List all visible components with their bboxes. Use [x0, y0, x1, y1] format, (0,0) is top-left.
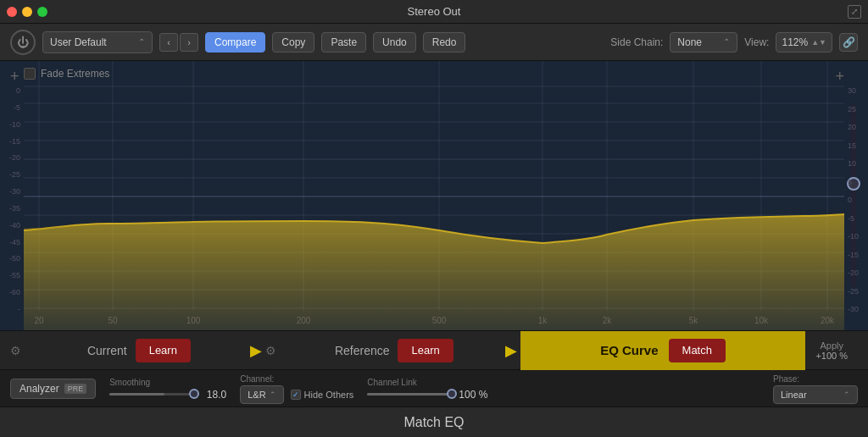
- preset-dropdown[interactable]: User Default ⌃: [42, 31, 153, 53]
- maximize-button[interactable]: [37, 7, 47, 17]
- nav-arrows: ‹ ›: [159, 33, 198, 52]
- nav-prev[interactable]: ‹: [159, 33, 178, 52]
- smoothing-value: 18.0: [201, 389, 226, 401]
- reference-label: Reference: [335, 344, 390, 357]
- channel-link-label: Channel Link: [367, 378, 487, 387]
- y-axis-right: 30 25 20 15 10 5 0 -5 -10 -15 -20 -25 -3…: [844, 61, 868, 330]
- section-divider: ▶: [250, 341, 262, 360]
- view-value: 112%: [782, 36, 808, 48]
- match-button[interactable]: Match: [669, 339, 726, 362]
- current-label: Current: [87, 344, 127, 357]
- analyzer-button[interactable]: Analyzer PRE: [10, 379, 96, 399]
- phase-value: Linear: [781, 390, 807, 400]
- phase-dropdown[interactable]: Linear ⌃: [773, 385, 858, 404]
- params-bar: Analyzer PRE Smoothing 18.0 Channel: L&R…: [0, 370, 868, 407]
- close-button[interactable]: [7, 7, 17, 17]
- eq-curve-divider: ▶: [505, 341, 517, 360]
- bottom-controls: ⚙ Current Learn ▶ ⚙ Reference Learn ▶ EQ…: [0, 330, 868, 407]
- channel-link-thumb[interactable]: [447, 389, 457, 399]
- apply-section: Apply +100 %: [805, 340, 858, 361]
- expand-button[interactable]: ⤢: [848, 5, 861, 19]
- copy-button[interactable]: Copy: [272, 32, 314, 53]
- plugin-title: Match EQ: [403, 415, 464, 430]
- preset-value: User Default: [50, 36, 107, 48]
- fade-extremes-label: Fade Extremes: [41, 68, 109, 80]
- channel-dropdown[interactable]: L&R ⌃: [240, 385, 283, 404]
- fade-extremes-checkbox[interactable]: [24, 68, 36, 80]
- add-left-button[interactable]: +: [10, 68, 19, 86]
- smoothing-slider[interactable]: [109, 393, 194, 396]
- paste-button[interactable]: Paste: [321, 32, 366, 53]
- channel-link-value: 100 %: [459, 389, 487, 401]
- analyzer-label: Analyzer: [19, 383, 59, 395]
- traffic-lights: [7, 7, 47, 17]
- smoothing-group: Smoothing 18.0: [109, 378, 226, 401]
- current-gear-icon[interactable]: ⚙: [10, 344, 21, 357]
- view-label: View:: [744, 36, 769, 48]
- nav-next[interactable]: ›: [180, 33, 198, 52]
- reference-learn-button[interactable]: Learn: [398, 339, 453, 362]
- match-bar: ⚙ Current Learn ▶ ⚙ Reference Learn ▶ EQ…: [0, 331, 868, 370]
- smoothing-label: Smoothing: [109, 378, 226, 387]
- plugin-title-bar: Match EQ: [0, 407, 868, 437]
- link-button[interactable]: 🔗: [839, 33, 858, 52]
- undo-button[interactable]: Undo: [373, 32, 416, 53]
- channel-group: Channel: L&R ⌃ ✓ Hide Others: [240, 374, 353, 404]
- eq-curve-section: EQ Curve Match: [520, 331, 806, 370]
- phase-group: Phase: Linear ⌃: [773, 374, 858, 404]
- sidechain-value: None: [677, 36, 702, 48]
- eq-display: + Fade Extremes + 0 -5 -10 -15 -20 -25 -…: [0, 61, 868, 330]
- title-bar: Stereo Out ⤢: [0, 0, 868, 24]
- smoothing-thumb[interactable]: [189, 389, 199, 399]
- compare-button[interactable]: Compare: [205, 32, 265, 53]
- current-section: Current Learn: [31, 339, 247, 362]
- add-right-button[interactable]: +: [835, 68, 844, 86]
- reference-section: Reference Learn: [287, 339, 502, 362]
- channel-label: Channel:: [240, 374, 353, 384]
- eq-curve-svg-area[interactable]: 20 50 100 200 500 1k 2k 5k 10k: [24, 61, 844, 330]
- hide-others-label: Hide Others: [304, 390, 354, 400]
- y-axis-left: 0 -5 -10 -15 -20 -25 -30 -35 -40 -45 -50…: [0, 61, 24, 330]
- channel-value: L&R: [248, 390, 265, 400]
- eq-curve-label: EQ Curve: [600, 343, 658, 357]
- toolbar: ⏻ User Default ⌃ ‹ › Compare Copy Paste …: [0, 24, 868, 61]
- channel-link-slider[interactable]: [367, 393, 452, 396]
- redo-button[interactable]: Redo: [423, 32, 466, 53]
- apply-value: +100 %: [815, 351, 848, 361]
- pre-badge: PRE: [64, 384, 87, 394]
- sidechain-label: Side Chain:: [610, 36, 663, 48]
- apply-label: Apply: [820, 340, 843, 351]
- sidechain-dropdown[interactable]: None ⌃: [670, 32, 737, 53]
- current-learn-button[interactable]: Learn: [136, 339, 191, 362]
- hide-others-checkbox[interactable]: ✓: [291, 390, 301, 400]
- window-title: Stereo Out: [408, 5, 461, 18]
- phase-label: Phase:: [773, 374, 858, 384]
- power-button[interactable]: ⏻: [10, 30, 36, 55]
- fade-extremes-area: Fade Extremes: [24, 68, 109, 80]
- hide-others-button[interactable]: ✓ Hide Others: [291, 390, 354, 400]
- reference-gear-icon[interactable]: ⚙: [265, 344, 276, 357]
- minimize-button[interactable]: [22, 7, 32, 17]
- view-control[interactable]: 112% ▲▼: [776, 32, 832, 53]
- channel-link-group: Channel Link 100 %: [367, 378, 487, 401]
